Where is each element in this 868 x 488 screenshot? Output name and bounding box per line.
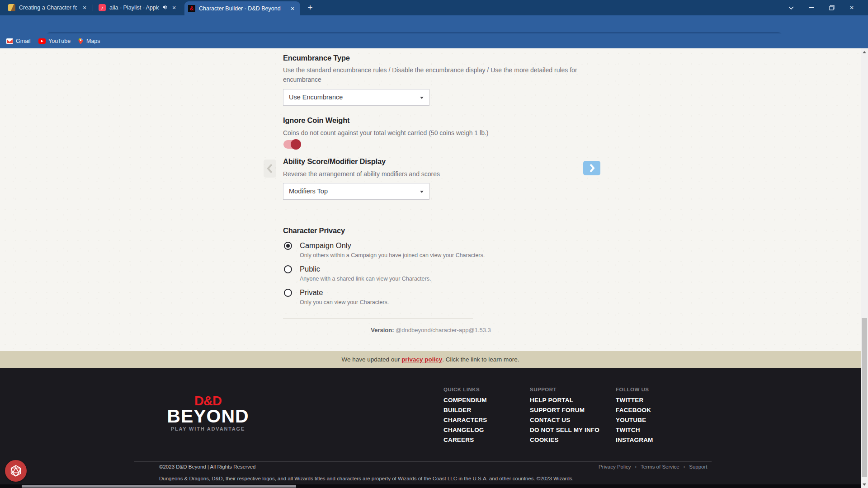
ability-display-select[interactable]: Modifiers Top — [283, 183, 429, 200]
horizontal-scrollbar[interactable] — [0, 484, 861, 488]
encumbrance-select[interactable]: Use Encumbrance — [283, 89, 429, 106]
minimize-button[interactable] — [804, 0, 819, 15]
ignore-coin-weight-heading: Ignore Coin Weight — [283, 116, 349, 125]
encumbrance-select-value: Use Encumbrance — [289, 94, 343, 101]
ability-display-heading: Ability Score/Modifier Display — [283, 157, 386, 166]
bookmark-youtube[interactable]: YouTube — [38, 36, 71, 46]
tab-creating-character[interactable]: Creating a Character for a Table ✕ — [5, 0, 92, 15]
version-value: @dndbeyond/character-app@1.53.3 — [396, 327, 491, 333]
footer-link-youtube[interactable]: YOUTUBE — [616, 417, 646, 423]
tab-character-builder[interactable]: & Character Builder - D&D Beyond ✕ — [184, 1, 300, 15]
site-footer: D&D BEYOND PLAY WITH ADVANTAGE QUICK LIN… — [0, 368, 861, 484]
bookmark-maps[interactable]: Maps — [78, 36, 100, 46]
banner-text: . Click the link to learn more. — [442, 356, 519, 363]
next-page-button[interactable] — [583, 161, 600, 175]
footer-privacy-policy-link[interactable]: Privacy Policy — [599, 464, 631, 469]
dnd-beyond-favicon: & — [188, 5, 195, 12]
toggle-knob — [291, 139, 301, 150]
footer-link-changelog[interactable]: CHANGELOG — [443, 427, 484, 433]
browser-titlebar: Creating a Character for a Table ✕ ♪ ail… — [0, 0, 868, 15]
section-divider — [283, 318, 473, 319]
chevron-down-icon — [420, 97, 424, 99]
footer-link-careers[interactable]: CAREERS — [443, 436, 474, 443]
dot-separator: • — [684, 465, 685, 469]
character-privacy-heading: Character Privacy — [283, 226, 345, 235]
bookmark-label: Maps — [86, 38, 100, 44]
quick-links-header: QUICK LINKS — [443, 387, 480, 392]
restore-button[interactable] — [825, 0, 839, 15]
tab-title: Character Builder - D&D Beyond — [199, 5, 285, 12]
tab-apple-music[interactable]: ♪ aila - Playlist - Apple Music ✕ — [95, 0, 182, 15]
legal-text: Dungeons & Dragons, D&D, their respectiv… — [159, 476, 574, 481]
ability-display-select-value: Modifiers Top — [289, 188, 328, 195]
privacy-update-banner: We have updated our privacy policy. Clic… — [0, 351, 861, 368]
footer-link-builder[interactable]: BUILDER — [443, 407, 471, 413]
radio-button[interactable] — [284, 265, 292, 273]
radio-description: Anyone with a shared link can view your … — [300, 276, 431, 282]
new-tab-button[interactable]: + — [304, 2, 316, 14]
privacy-policy-link[interactable]: privacy policy — [401, 356, 442, 363]
tab-search-chevron-icon[interactable] — [784, 0, 798, 15]
bookmark-gmail[interactable]: Gmail — [6, 36, 31, 46]
chevron-left-icon — [267, 164, 273, 174]
chevron-down-icon — [420, 191, 424, 193]
vertical-scrollbar-thumb[interactable] — [862, 318, 867, 477]
radio-button[interactable] — [284, 242, 292, 250]
tab-title: aila - Playlist - Apple Music — [109, 5, 159, 11]
browser-toolbar: ← → ↻ dndbeyond.com/characters/110797394… — [0, 15, 868, 33]
radio-label: Private — [300, 288, 323, 297]
footer-link-characters[interactable]: CHARACTERS — [443, 417, 487, 423]
footer-link-cookies[interactable]: COOKIES — [530, 436, 559, 443]
close-tab-icon[interactable]: ✕ — [288, 5, 297, 13]
ability-display-description: Reverse the arrangement of ability modif… — [283, 169, 581, 179]
banner-text: We have updated our — [342, 356, 402, 363]
close-window-button[interactable]: ✕ — [844, 0, 859, 15]
encumbrance-type-heading: Encumbrance Type — [283, 54, 350, 62]
ignore-coin-weight-toggle[interactable] — [283, 140, 300, 149]
dice-roller-button[interactable] — [5, 460, 27, 482]
audio-speaker-icon[interactable] — [162, 5, 168, 11]
footer-link-compendium[interactable]: COMPENDIUM — [443, 397, 487, 404]
close-tab-icon[interactable]: ✕ — [170, 4, 178, 12]
close-tab-icon[interactable]: ✕ — [80, 4, 89, 12]
radio-description: Only others within a Campaign you have j… — [300, 252, 485, 258]
horizontal-scrollbar-thumb[interactable] — [22, 485, 296, 488]
d20-dice-icon — [9, 464, 23, 478]
scroll-down-arrow[interactable] — [863, 483, 866, 486]
footer-link-support-forum[interactable]: SUPPORT FORUM — [530, 407, 585, 413]
radio-label: Public — [300, 265, 320, 273]
dnd-beyond-logo[interactable]: D&D BEYOND PLAY WITH ADVANTAGE — [163, 394, 253, 432]
bookmark-label: YouTube — [48, 38, 71, 44]
encumbrance-description: Use the standard encumbrance rules / Dis… — [283, 66, 581, 84]
tab-title: Creating a Character for a Table — [19, 5, 77, 11]
copyright-text: ©2023 D&D Beyond | All Rights Reserved — [159, 464, 255, 469]
maps-icon — [78, 38, 84, 44]
radio-label: Campaign Only — [300, 241, 351, 250]
apple-music-icon: ♪ — [99, 4, 106, 11]
app-version: Version: @dndbeyond/character-app@1.53.3 — [283, 327, 579, 333]
previous-page-button[interactable] — [264, 160, 276, 178]
article-favicon — [8, 4, 15, 11]
bookmarks-bar: Gmail YouTube Maps — [0, 33, 868, 48]
vertical-scrollbar[interactable] — [861, 48, 868, 488]
footer-legal-links: Privacy Policy • Terms of Service • Supp… — [599, 464, 708, 469]
footer-link-twitch[interactable]: TWITCH — [616, 427, 640, 433]
footer-link-facebook[interactable]: FACEBOOK — [616, 407, 651, 413]
dot-separator: • — [635, 465, 637, 469]
scroll-up-arrow[interactable] — [863, 51, 866, 53]
footer-link-twitter[interactable]: TWITTER — [616, 397, 643, 404]
tab-separator — [93, 5, 93, 11]
logo-tagline: PLAY WITH ADVANTAGE — [163, 426, 253, 432]
radio-button[interactable] — [284, 289, 292, 297]
footer-link-instagram[interactable]: INSTAGRAM — [616, 436, 653, 443]
radio-description: Only you can view your Characters. — [300, 299, 389, 305]
footer-link-help-portal[interactable]: HELP PORTAL — [530, 397, 573, 404]
follow-us-header: FOLLOW US — [616, 387, 649, 392]
footer-support-link[interactable]: Support — [689, 464, 707, 469]
chevron-right-icon — [589, 164, 595, 173]
bookmark-label: Gmail — [16, 38, 31, 44]
footer-terms-link[interactable]: Terms of Service — [641, 464, 679, 469]
logo-beyond-text: BEYOND — [163, 408, 253, 425]
footer-link-do-not-sell[interactable]: DO NOT SELL MY INFO — [530, 427, 599, 433]
footer-link-contact-us[interactable]: CONTACT US — [530, 417, 571, 423]
